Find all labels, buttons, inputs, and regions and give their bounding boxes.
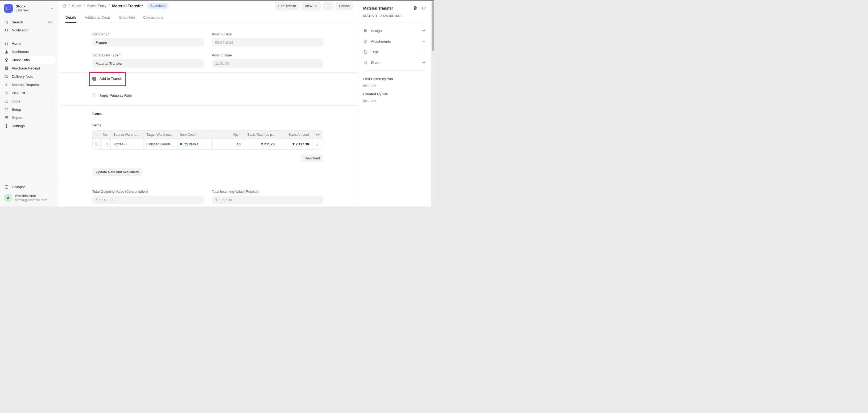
totals-section: Total Outgoing Value (Consumption) ₹ 2,1…	[59, 183, 358, 206]
sidebar-item-setup[interactable]: Setup	[2, 105, 56, 114]
posting-date-input[interactable]: 03-04-2026	[212, 38, 323, 46]
home-icon	[4, 41, 9, 46]
basic-amount-cell[interactable]: ₹ 2,117.30	[278, 139, 312, 149]
sidebar-item-settings[interactable]: Settings	[2, 122, 56, 130]
chevron-right-icon	[50, 108, 54, 111]
download-button[interactable]: Download	[301, 154, 323, 162]
sidebar-item-delivery-note[interactable]: Delivery Note	[2, 72, 56, 81]
add-share-button[interactable]	[422, 60, 426, 65]
field-label: Posting Time	[212, 53, 323, 57]
total-outgoing-field: Total Outgoing Value (Consumption) ₹ 2,1…	[92, 189, 204, 204]
tab-other-info[interactable]: Other Info	[119, 12, 135, 23]
items-field-label: Items	[92, 123, 323, 127]
sidebar-item-label: Pick List	[12, 91, 25, 95]
total-incoming-field: Total Incoming Value (Receipt) ₹ 2,117.3…	[212, 189, 323, 204]
apply-putaway-rule-checkbox[interactable]	[92, 93, 96, 97]
users-icon	[363, 29, 368, 33]
sidebar-item-search[interactable]: Search ⌘K	[2, 18, 56, 26]
share-icon	[363, 60, 368, 65]
assign-row: Assign	[363, 25, 426, 36]
add-to-transit-checkbox[interactable]: ✓	[92, 77, 96, 81]
field-label: Posting Date	[212, 32, 323, 36]
select-all-checkbox[interactable]	[93, 131, 101, 138]
pencil-icon	[316, 142, 320, 146]
breadcrumb: / Stock / Stock Entry / Material Transfe…	[62, 3, 169, 9]
sidebar-item-stock-entry[interactable]: Stock Entry	[2, 56, 56, 64]
search-icon	[4, 20, 9, 25]
breadcrumb-link-stock[interactable]: Stock	[72, 4, 82, 8]
add-assignment-button[interactable]	[422, 29, 426, 33]
workspace-titles: Stock ERPNext	[16, 4, 29, 12]
field-label: Company*	[92, 32, 204, 36]
sidebar-item-purchase-receipt[interactable]: Purchase Receipt	[2, 64, 56, 72]
user-email: admin@example.com	[15, 198, 47, 202]
target-warehouse-cell[interactable]: Finished Goods ...	[144, 139, 178, 149]
sidebar-item-home[interactable]: Home	[2, 39, 56, 47]
stock-workspace-icon	[4, 4, 13, 13]
sidebar-item-dashboard[interactable]: Dashboard	[2, 47, 56, 56]
vertical-scrollbar[interactable]	[431, 1, 434, 206]
chevron-right-icon	[50, 116, 54, 120]
column-header-basic-amount: Basic Amount	[278, 131, 312, 138]
user-account[interactable]: A Administrator admin@example.com	[0, 193, 58, 206]
more-actions-button[interactable]: ⋯	[323, 2, 333, 10]
document-meta: Last Edited by You just now Created By Y…	[363, 70, 426, 102]
scrollbar-thumb[interactable]	[432, 1, 434, 51]
row-checkbox[interactable]	[93, 139, 101, 149]
sidebar-item-notification[interactable]: Notification	[2, 26, 56, 34]
print-icon[interactable]	[413, 6, 417, 10]
item-code-cell[interactable]: fg item 1	[178, 139, 213, 149]
home-icon[interactable]	[62, 4, 66, 8]
share-row: Share	[363, 57, 426, 68]
update-rate-availability-button[interactable]: Update Rate and Availability	[92, 168, 142, 176]
sidebar-item-pick-list[interactable]: Pick List	[2, 89, 56, 97]
tag-icon	[363, 50, 368, 54]
chevron-right-icon	[50, 99, 54, 103]
stock-entry-type-field: Stock Entry Type* Material Transfer	[92, 53, 204, 68]
table-settings-button[interactable]	[312, 131, 323, 138]
check-icon: ✓	[93, 77, 95, 80]
truck-icon	[4, 74, 9, 79]
sidebar-item-tools[interactable]: Tools	[2, 97, 56, 105]
tab-details[interactable]: Details	[65, 12, 76, 23]
source-warehouse-cell[interactable]: Stores - F	[111, 139, 144, 149]
cancel-button[interactable]: Cancel	[336, 2, 353, 10]
collapse-label: Collapse	[12, 185, 26, 189]
details-section: Company* Frappe Posting Date 03-04-2026 …	[59, 23, 358, 72]
item-status-dot	[180, 143, 182, 145]
table-icon	[4, 116, 9, 120]
breadcrumb-separator: /	[108, 4, 110, 8]
company-input[interactable]: Frappe	[92, 38, 204, 46]
sidebar-item-label: Setup	[12, 107, 21, 112]
tab-connections[interactable]: Connections	[143, 12, 163, 23]
basic-rate-cell[interactable]: ₹ 211.73	[244, 139, 278, 149]
page-title: Material Transfer	[112, 4, 143, 8]
breadcrumb-link-stock-entry[interactable]: Stock Entry	[87, 4, 106, 8]
sidebar-item-material-request[interactable]: Material Request	[2, 81, 56, 89]
tags-label: Tags	[371, 50, 379, 54]
column-header-item-code: Item Code*	[178, 131, 213, 138]
edit-row-button[interactable]	[312, 139, 323, 149]
breadcrumb-bar: / Stock / Stock Entry / Material Transfe…	[59, 0, 358, 12]
heart-icon[interactable]	[422, 6, 426, 10]
view-button[interactable]: View	[302, 2, 321, 10]
field-label: Total Outgoing Value (Consumption)	[92, 189, 204, 193]
attachments-row: Attachments	[363, 36, 426, 46]
apply-putaway-rule-row: Apply Putaway Rule	[92, 93, 323, 97]
column-header-source-warehouse: Source Wareho...	[111, 131, 144, 138]
add-tag-button[interactable]	[422, 50, 426, 54]
tab-bar: Details Additional Costs Other Info Conn…	[59, 12, 358, 23]
qty-cell[interactable]: 10	[213, 139, 244, 149]
stock-entry-type-input[interactable]: Material Transfer	[92, 59, 204, 68]
sidebar-collapse-button[interactable]: Collapse	[2, 183, 56, 191]
add-attachment-button[interactable]	[422, 39, 426, 43]
workspace-switcher[interactable]: Stock ERPNext	[0, 0, 58, 15]
sidebar-item-label: Tools	[12, 99, 20, 103]
end-transit-button[interactable]: End Transit	[275, 2, 299, 10]
sidebar-item-reports[interactable]: Reports	[2, 114, 56, 122]
doc-name[interactable]: MAT-STE-2026-00103-1	[363, 14, 426, 23]
posting-time-input[interactable]: 11:01:05	[212, 59, 323, 68]
required-mark: *	[119, 53, 121, 57]
tab-additional-costs[interactable]: Additional Costs	[85, 12, 111, 23]
sidebar-item-label: Stock Entry	[12, 58, 30, 62]
